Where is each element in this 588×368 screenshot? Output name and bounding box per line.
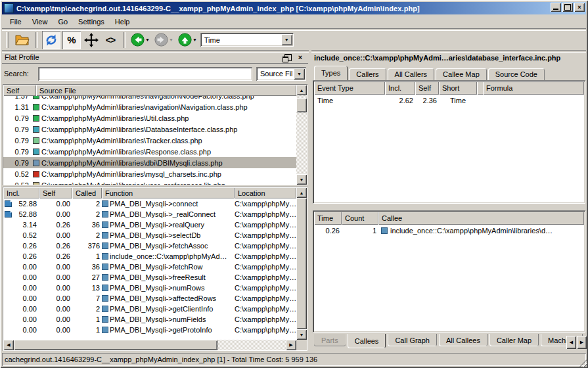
source-file-row[interactable]: 0.52C:\xampp\phpMyAdmin\libraries\mysql_… [3,168,296,179]
column-header-incl[interactable]: Incl. [385,81,415,95]
group-by-combo[interactable]: Source File ▼ [256,67,306,81]
column-header-incl[interactable]: Incl. [3,187,39,198]
source-file-row[interactable]: 0.79C:\xampp\phpMyAdmin\libraries\dbi\DB… [3,157,296,168]
relative-to-parent-button[interactable] [83,31,100,49]
tab-all-callers[interactable]: All Callers [388,68,435,80]
function-row[interactable]: 52.880.002PMA_DBI_Mysqli->_realConnectC:… [3,209,296,219]
menu-item-file[interactable]: File [5,16,27,28]
search-input[interactable] [38,67,252,81]
menu-item-go[interactable]: Go [53,16,73,28]
function-name: PMA_DBI_Mysqli->fetchAssoc [102,242,235,250]
maximize-button[interactable] [562,3,573,12]
function-row[interactable]: 52.880.002PMA_DBI_Mysqli->connectC:\xamp… [3,198,296,209]
function-row[interactable]: 0.000.002PMA_DBI_Mysqli->getClientInfoC:… [3,304,296,314]
up-dropdown-icon[interactable]: ▼ [192,37,197,42]
self-cost-value: 0.00 [39,315,72,323]
column-header-eventtype[interactable]: Event Type [314,81,385,95]
column-header-count[interactable]: Count [342,212,378,225]
column-header-time[interactable]: Time [314,212,342,225]
source-file-row[interactable]: 0.79C:\xampp\phpMyAdmin\libraries\Util.c… [3,112,296,124]
dock-title-bar[interactable]: Flat Profile × [2,51,308,64]
forward-button-group[interactable]: ▼ [154,33,173,47]
tab-scroll-right-icon[interactable]: ▶ [577,336,587,349]
scroll-thumb[interactable] [14,340,217,350]
location-value: C:\xampp\phpMy… [235,284,296,292]
self-value: 2.36 [415,97,439,104]
source-file-row[interactable]: 0.79C:\xampp\phpMyAdmin\libraries\Tracke… [3,135,296,146]
reload-button[interactable] [42,31,60,49]
column-header-called[interactable]: Called [72,187,102,198]
scroll-down-icon[interactable]: ▼ [296,174,307,185]
function-table-hscrollbar[interactable]: ◀ ▶ [3,340,296,350]
function-table-vscrollbar[interactable]: ▲ ▼ [296,187,307,340]
column-header-location[interactable]: Location [235,187,296,198]
column-header-self[interactable]: Self [3,85,36,96]
function-table: Incl.SelfCalledFunctionLocation 52.880.0… [3,187,307,351]
menu-item-view[interactable]: View [27,16,53,28]
column-header-self[interactable]: Self [415,81,439,95]
source-file-list: Self Source File 1.57C:\xampp\phpMyAdmin… [3,84,307,185]
incl-text: 0.00 [23,273,37,281]
source-list-vscrollbar[interactable]: ▲ ▼ [296,85,307,185]
tab-source-code[interactable]: Source Code [488,68,545,80]
scroll-thumb[interactable] [296,198,307,329]
function-row[interactable]: 0.260.261include_once::C:\xampp\phpMyAd…… [3,251,296,262]
dock-float-button[interactable] [283,53,293,62]
forward-dropdown-icon[interactable]: ▼ [169,37,173,42]
event-type-combo[interactable]: Time ▼ [200,33,294,47]
column-header-formula[interactable]: Formula [483,81,584,95]
tab-call-graph[interactable]: Call Graph [388,334,437,346]
up-button-group[interactable]: ▼ [178,33,197,47]
scroll-up-icon[interactable]: ▲ [296,187,307,198]
function-row[interactable]: 0.000.001PMA_DBI_Mysqli->numFieldsC:\xam… [3,314,296,325]
source-file-row[interactable]: 0.52C:\xampp\phpMyAdmin\libraries\user_p… [3,179,296,185]
scroll-up-icon[interactable]: ▲ [296,85,307,95]
open-file-button[interactable] [13,31,32,49]
function-row[interactable]: 0.000.0036PMA_DBI_Mysqli->fetchRowC:\xam… [3,262,296,272]
function-row[interactable]: 0.260.26376PMA_DBI_Mysqli->fetchAssocC:\… [3,241,296,251]
source-file-row[interactable]: 0.79C:\xampp\phpMyAdmin\libraries\Databa… [3,124,296,135]
function-row[interactable]: 0.520.002PMA_DBI_Mysqli->selectDbC:\xamp… [3,230,296,241]
source-file-row[interactable]: 1.31C:\xampp\phpMyAdmin\libraries\naviga… [3,101,296,112]
tab-callers[interactable]: Callers [349,68,386,80]
close-button[interactable]: × [574,3,585,12]
function-row[interactable]: 0.000.0027PMA_DBI_Mysqli->freeResultC:\x… [3,272,296,283]
scroll-down-icon[interactable]: ▼ [296,329,307,340]
scroll-right-icon[interactable]: ▶ [286,340,296,350]
tab-scroll-left-icon[interactable]: ◀ [566,336,576,349]
source-file-row[interactable]: 0.79C:\xampp\phpMyAdmin\libraries\Respon… [3,146,296,157]
function-row[interactable]: 0.000.0013PMA_DBI_Mysqli->numRowsC:\xamp… [3,283,296,293]
shorten-templates-button[interactable]: <> [102,31,119,49]
column-header-function[interactable]: Function [102,187,235,198]
column-header-callee[interactable]: Callee [378,212,584,225]
back-dropdown-icon[interactable]: ▼ [145,37,150,42]
tab-caller-map[interactable]: Caller Map [489,334,539,346]
source-file-row[interactable]: 1.57C:\xampp\phpMyAdmin\libraries\naviga… [3,96,296,101]
menu-item-help[interactable]: Help [110,16,135,28]
scroll-left-icon[interactable]: ◀ [3,340,14,350]
tab-callee-map[interactable]: Callee Map [436,68,487,80]
toolbar-drag-handle[interactable] [6,32,9,48]
scroll-thumb[interactable] [296,98,307,112]
event-type-row[interactable]: Time2.622.36Time [314,95,584,106]
combo-dropdown-icon[interactable]: ▼ [294,68,305,80]
tab-types[interactable]: Types [314,66,348,80]
tab-callees[interactable]: Callees [348,334,386,348]
combo-dropdown-icon[interactable]: ▼ [281,34,292,45]
dock-close-button[interactable]: × [295,53,305,62]
function-row[interactable]: 0.000.007PMA_DBI_Mysqli->affectedRowsC:\… [3,293,296,304]
function-name: PMA_DBI_Mysqli->realQuery [102,221,235,229]
back-button-group[interactable]: ▼ [131,33,150,47]
count-value: 1 [342,227,378,235]
tab-all-callees[interactable]: All Callees [439,334,487,346]
function-row[interactable]: 0.000.001PMA_DBI_Mysqli->getProtoInfoC:\… [3,325,296,335]
callee-row[interactable]: 0.261include_once::C:\xampp\phpMyAdmin\l… [314,225,584,237]
column-header-short[interactable]: Short [439,81,477,95]
column-header-self[interactable]: Self [39,187,72,198]
percent-toggle-button[interactable]: % [62,31,81,49]
function-row[interactable]: 3.140.2636PMA_DBI_Mysqli->realQueryC:\xa… [3,219,296,230]
minimize-button[interactable] [551,3,561,12]
function-name: PMA_DBI_Mysqli->numFields [102,315,235,323]
menu-item-settings[interactable]: Settings [73,16,110,28]
column-header-source-file[interactable]: Source File [36,85,296,96]
